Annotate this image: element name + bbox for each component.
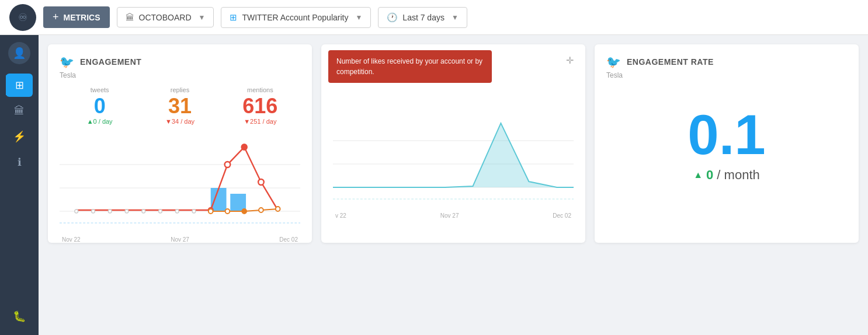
replies-metric: replies 31 ▼34 / day (140, 86, 220, 125)
likes-x-label-3: Dec 02 (553, 212, 571, 219)
app-logo: ♾ (9, 4, 36, 31)
replies-change: ▼34 / day (140, 118, 220, 125)
svg-point-6 (225, 162, 231, 168)
svg-point-7 (241, 144, 247, 150)
svg-rect-3 (211, 188, 227, 211)
plus-icon: + (53, 11, 59, 23)
add-metrics-label: METRICS (64, 13, 100, 22)
sidebar-item-bank[interactable]: 🏛 (6, 99, 33, 123)
engagement-x-labels: Nov 22 Nov 27 Dec 02 (60, 236, 300, 243)
replies-label: replies (140, 86, 220, 93)
svg-point-17 (125, 210, 129, 213)
svg-point-14 (75, 210, 78, 213)
engagement-card-header: 🐦 ENGAGEMENT (60, 55, 300, 69)
change-value: 0 (706, 168, 713, 183)
chevron-down-icon: ▼ (199, 13, 206, 22)
svg-point-12 (259, 208, 263, 212)
engagement-subtitle: Tesla (60, 71, 300, 79)
engagement-metrics-row: tweets 0 ▲0 / day replies 31 ▼34 / day m… (60, 86, 300, 125)
arrow-up-icon: ▲ (693, 170, 703, 180)
engagement-title: ENGAGEMENT (80, 57, 141, 67)
likes-card: ⚙ LIKES ✛ Tesla Number of likes received… (321, 44, 585, 243)
engagement-card: 🐦 ENGAGEMENT Tesla tweets 0 ▲0 / day rep… (48, 44, 312, 243)
x-label-2: Nov 27 (171, 236, 189, 243)
engagement-rate-card: 🐦 ENGAGEMENT RATE Tesla 0.1 ▲ 0 / month (595, 44, 859, 243)
octoboard-label: OCTOBOARD (139, 13, 192, 22)
tweets-metric: tweets 0 ▲0 / day (60, 86, 140, 125)
likes-x-labels: v 22 Nov 27 Dec 02 (333, 212, 574, 219)
cards-row: 🐦 ENGAGEMENT Tesla tweets 0 ▲0 / day rep… (48, 44, 859, 243)
sidebar-item-dashboard[interactable]: ⊞ (6, 74, 33, 97)
likes-tooltip: Number of likes received by your account… (328, 50, 492, 83)
add-metrics-button[interactable]: + METRICS (43, 6, 110, 28)
replies-value: 31 (140, 96, 220, 117)
grid-icon: ⊞ (230, 12, 237, 23)
mentions-change: ▼251 / day (220, 118, 300, 125)
dashboard-icon: ⊞ (15, 79, 24, 92)
octoboard-dropdown[interactable]: 🏛 OCTOBOARD ▼ (117, 7, 214, 27)
bank-icon: 🏛 (126, 12, 134, 22)
sidebar-item-info[interactable]: ℹ (6, 151, 33, 174)
engagement-rate-value: 0.1 (688, 107, 765, 163)
engagement-rate-subtitle: Tesla (606, 71, 847, 79)
svg-point-10 (225, 209, 230, 214)
svg-point-21 (192, 210, 196, 213)
likes-actions: ✛ (566, 55, 574, 66)
svg-point-8 (258, 179, 264, 185)
likes-x-label-2: Nov 27 (440, 212, 459, 219)
sidebar-item-lightning[interactable]: ⚡ (6, 125, 33, 148)
avatar-icon: 👤 (13, 47, 26, 60)
chevron-down-icon-2: ▼ (355, 13, 362, 22)
engagement-rate-metric: 0.1 ▲ 0 / month (606, 86, 847, 203)
engagement-rate-change: ▲ 0 / month (693, 168, 759, 183)
main-content: 🐦 ENGAGEMENT Tesla tweets 0 ▲0 / day rep… (39, 35, 868, 335)
sidebar: 👤 ⊞ 🏛 ⚡ ℹ 🐛 (0, 35, 39, 335)
sidebar-item-bug[interactable]: 🐛 (6, 305, 33, 328)
clock-icon: 🕐 (387, 12, 398, 23)
app-header: ♾ + METRICS 🏛 OCTOBOARD ▼ ⊞ TWITTER Acco… (0, 0, 868, 35)
likes-x-label-1: v 22 (335, 212, 346, 219)
info-icon: ℹ (18, 156, 22, 169)
svg-marker-26 (333, 123, 574, 187)
engagement-chart: Nov 22 Nov 27 Dec 02 (60, 130, 300, 235)
svg-point-13 (276, 207, 280, 211)
date-range-label: Last 7 days (402, 13, 445, 22)
date-range-dropdown[interactable]: 🕐 Last 7 days ▼ (378, 7, 467, 28)
engagement-rate-header: 🐦 ENGAGEMENT RATE (606, 55, 847, 69)
svg-point-9 (209, 209, 213, 214)
user-avatar[interactable]: 👤 (8, 42, 30, 64)
tweets-change: ▲0 / day (60, 118, 140, 125)
likes-chart: v 22 Nov 27 Dec 02 (333, 106, 574, 211)
svg-point-16 (108, 210, 112, 213)
logo-icon: ♾ (18, 11, 27, 24)
tweets-value: 0 (60, 96, 140, 117)
twitter-icon-engagement: 🐦 (60, 55, 74, 69)
x-label-3: Dec 02 (279, 236, 298, 243)
x-label-1: Nov 22 (62, 236, 81, 243)
active-indicator (6, 75, 8, 95)
chevron-down-icon-3: ▼ (452, 13, 459, 22)
twitter-account-label: TWITTER Account Popularity (242, 13, 348, 22)
mentions-metric: mentions 616 ▼251 / day (220, 86, 300, 125)
twitter-icon-rate: 🐦 (606, 55, 621, 69)
svg-point-11 (242, 209, 246, 214)
change-suffix: / month (717, 168, 759, 183)
svg-point-19 (159, 210, 162, 213)
engagement-rate-title: ENGAGEMENT RATE (627, 57, 714, 67)
lightning-icon: ⚡ (13, 130, 26, 143)
tweets-label: tweets (60, 86, 140, 93)
mentions-value: 616 (220, 96, 300, 117)
mentions-label: mentions (220, 86, 300, 93)
bank-nav-icon: 🏛 (14, 105, 25, 117)
svg-point-18 (142, 210, 145, 213)
move-icon-likes[interactable]: ✛ (566, 55, 574, 66)
likes-tooltip-text: Number of likes received by your account… (336, 57, 482, 76)
app-layout: 👤 ⊞ 🏛 ⚡ ℹ 🐛 🐦 ENGAGEMENT Tes (0, 35, 868, 335)
svg-point-20 (175, 210, 179, 213)
bug-icon: 🐛 (13, 310, 26, 323)
svg-point-15 (92, 210, 95, 213)
twitter-account-dropdown[interactable]: ⊞ TWITTER Account Popularity ▼ (221, 7, 371, 28)
